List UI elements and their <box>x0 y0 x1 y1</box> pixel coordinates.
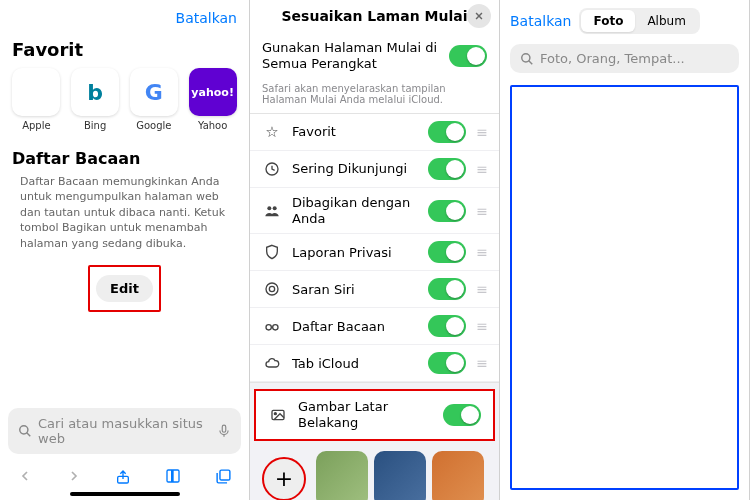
list-item-icloud[interactable]: Tab iCloud ≡ <box>250 345 499 382</box>
sync-row: Gunakan Halaman Mulai di Semua Perangkat <box>250 32 499 79</box>
wallpaper-option[interactable] <box>432 451 484 500</box>
toggle[interactable] <box>428 121 466 143</box>
edit-button[interactable]: Edit <box>96 275 153 302</box>
wallpaper-option[interactable] <box>374 451 426 500</box>
drag-handle-icon[interactable]: ≡ <box>476 281 487 297</box>
svg-point-17 <box>522 53 530 61</box>
search-placeholder: Foto, Orang, Tempat... <box>540 51 685 66</box>
favorite-google[interactable]: G Google <box>128 68 181 131</box>
image-icon <box>268 407 288 423</box>
back-icon <box>17 468 33 486</box>
search-icon <box>18 424 32 438</box>
svg-rect-4 <box>220 470 230 480</box>
siri-icon <box>262 281 282 297</box>
segment-photo[interactable]: Foto <box>581 10 635 32</box>
cancel-link[interactable]: Batalkan <box>176 10 237 26</box>
favorite-label: Google <box>136 120 171 131</box>
background-image-row: Gambar Latar Belakang <box>254 389 495 440</box>
bottom-toolbar <box>0 462 249 490</box>
favorite-label: Apple <box>22 120 50 131</box>
list-item-privacy[interactable]: Laporan Privasi ≡ <box>250 234 499 271</box>
wallpaper-option[interactable] <box>316 451 368 500</box>
svg-point-11 <box>269 287 274 292</box>
forward-icon <box>66 468 82 486</box>
toggle[interactable] <box>428 352 466 374</box>
favorite-bing[interactable]: b Bing <box>69 68 122 131</box>
list-label: Dibagikan dengan Anda <box>292 195 428 226</box>
toggle[interactable] <box>428 200 466 222</box>
svg-line-18 <box>529 60 533 64</box>
search-icon <box>520 52 534 66</box>
sheet-title: Sesuaikan Laman Mulai <box>282 8 468 24</box>
sync-label: Gunakan Halaman Mulai di Semua Perangkat <box>262 40 449 71</box>
svg-point-9 <box>273 206 277 210</box>
search-placeholder: Cari atau masukkan situs web <box>38 416 217 446</box>
drag-handle-icon[interactable]: ≡ <box>476 244 487 260</box>
toggle[interactable] <box>428 158 466 180</box>
favorite-label: Yahoo <box>198 120 227 131</box>
sync-note: Safari akan menyelaraskan tampilan Halam… <box>250 79 499 113</box>
list-item-siri[interactable]: Saran Siri ≡ <box>250 271 499 308</box>
reading-list-heading: Daftar Bacaan <box>0 131 249 174</box>
list-item-reading[interactable]: Daftar Bacaan ≡ <box>250 308 499 345</box>
favorite-label: Bing <box>84 120 106 131</box>
svg-point-8 <box>267 206 271 210</box>
yahoo-icon: yahoo! <box>189 68 237 116</box>
svg-point-0 <box>20 426 28 434</box>
toggle[interactable] <box>428 278 466 300</box>
toggle[interactable] <box>428 241 466 263</box>
highlight-box: Edit <box>88 265 161 312</box>
svg-point-10 <box>266 283 278 295</box>
shield-icon <box>262 244 282 260</box>
bing-icon: b <box>71 68 119 116</box>
segmented-control: Foto Album <box>579 8 699 34</box>
bg-toggle[interactable] <box>443 404 481 426</box>
list-item-favorit[interactable]: ☆ Favorit ≡ <box>250 114 499 151</box>
svg-point-12 <box>266 325 271 330</box>
list-label: Tab iCloud <box>292 356 428 372</box>
apple-icon <box>12 68 60 116</box>
add-wallpaper-button[interactable]: + <box>262 457 306 500</box>
drag-handle-icon[interactable]: ≡ <box>476 161 487 177</box>
glasses-icon <box>262 318 282 334</box>
cloud-icon <box>262 355 282 371</box>
svg-point-16 <box>274 413 276 415</box>
clock-icon <box>262 161 282 177</box>
bg-label: Gambar Latar Belakang <box>298 399 443 430</box>
url-search-field[interactable]: Cari atau masukkan situs web <box>8 408 241 454</box>
tabs-icon[interactable] <box>215 468 232 486</box>
drag-handle-icon[interactable]: ≡ <box>476 124 487 140</box>
photo-search-field[interactable]: Foto, Orang, Tempat... <box>510 44 739 73</box>
list-item-shared[interactable]: Dibagikan dengan Anda ≡ <box>250 188 499 234</box>
svg-line-1 <box>27 433 31 437</box>
toggle[interactable] <box>428 315 466 337</box>
list-label: Daftar Bacaan <box>292 319 428 335</box>
segment-album[interactable]: Album <box>635 10 697 32</box>
close-button[interactable] <box>467 4 491 28</box>
mic-icon[interactable] <box>217 423 231 439</box>
sheet-header: Sesuaikan Laman Mulai <box>250 0 499 32</box>
list-label: Favorit <box>292 124 428 140</box>
people-icon <box>262 203 282 219</box>
list-label: Saran Siri <box>292 282 428 298</box>
share-icon[interactable] <box>115 468 131 486</box>
star-icon: ☆ <box>262 123 282 141</box>
cancel-link[interactable]: Batalkan <box>510 13 571 29</box>
sync-toggle[interactable] <box>449 45 487 67</box>
home-indicator <box>70 492 180 496</box>
drag-handle-icon[interactable]: ≡ <box>476 355 487 371</box>
favorites-row: Apple b Bing G Google yahoo! Yahoo <box>0 68 249 131</box>
wallpaper-grid: + <box>250 445 499 500</box>
list-item-frequent[interactable]: Sering Dikunjungi ≡ <box>250 151 499 188</box>
svg-rect-2 <box>222 425 226 432</box>
drag-handle-icon[interactable]: ≡ <box>476 203 487 219</box>
google-icon: G <box>130 68 178 116</box>
reading-list-description: Daftar Bacaan memungkinkan Anda untuk me… <box>0 174 249 251</box>
favorite-yahoo[interactable]: yahoo! Yahoo <box>186 68 239 131</box>
photo-grid-highlight <box>510 85 739 490</box>
list-label: Sering Dikunjungi <box>292 161 428 177</box>
favorites-heading: Favorit <box>0 35 249 68</box>
bookmarks-icon[interactable] <box>164 468 182 486</box>
drag-handle-icon[interactable]: ≡ <box>476 318 487 334</box>
favorite-apple[interactable]: Apple <box>10 68 63 131</box>
